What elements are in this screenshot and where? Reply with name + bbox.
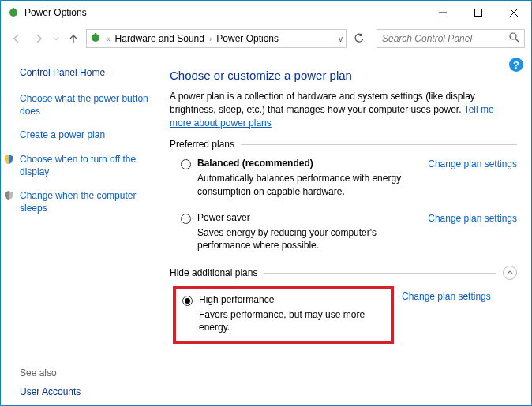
page-description: A power plan is a collection of hardware… xyxy=(170,90,517,129)
radio-powersaver[interactable] xyxy=(181,214,191,224)
sidebar-link-computer-sleeps[interactable]: Change when the computer sleeps xyxy=(20,189,155,214)
plan-powersaver: Power saver Saves energy by reducing you… xyxy=(181,212,517,251)
chevron-left-icon: « xyxy=(104,35,112,43)
radio-highperf[interactable] xyxy=(182,296,193,306)
power-options-window: Power Options xyxy=(0,0,532,406)
battery-icon xyxy=(90,32,101,46)
hide-additional-plans-label: Hide additional plans xyxy=(170,267,257,278)
sidebar: Control Panel Home Choose what the power… xyxy=(1,53,167,405)
plan-balanced-title: Balanced (recommended) xyxy=(197,158,421,169)
search-input[interactable]: Search Control Panel xyxy=(377,29,525,48)
window-controls xyxy=(425,1,531,24)
sidebar-link-create-plan[interactable]: Create a power plan xyxy=(20,129,155,141)
main-content: ? Choose or customize a power plan A pow… xyxy=(167,53,531,405)
plan-highperf-highlight: High performance Favors performance, but… xyxy=(173,286,394,343)
change-settings-powersaver[interactable]: Change plan settings xyxy=(428,213,517,224)
body: Control Panel Home Choose what the power… xyxy=(1,53,531,405)
collapse-toggle[interactable] xyxy=(503,266,517,280)
svg-point-8 xyxy=(510,33,516,39)
shield-icon xyxy=(2,189,15,202)
refresh-button[interactable] xyxy=(350,29,369,48)
battery-icon xyxy=(7,6,20,19)
maximize-button[interactable] xyxy=(460,1,496,24)
sidebar-link-power-button[interactable]: Choose what the power button does xyxy=(20,92,155,117)
plan-balanced: Balanced (recommended) Automatically bal… xyxy=(181,158,517,197)
help-icon[interactable]: ? xyxy=(509,58,523,72)
back-button[interactable] xyxy=(7,29,26,48)
see-also-label: See also xyxy=(20,367,155,378)
close-button[interactable] xyxy=(496,1,531,24)
minimize-button[interactable] xyxy=(425,1,460,24)
hide-additional-plans-row: Hide additional plans xyxy=(170,266,517,280)
change-settings-highperf[interactable]: Change plan settings xyxy=(402,291,491,302)
radio-balanced[interactable] xyxy=(181,159,191,169)
chevron-right-icon: › xyxy=(208,35,213,43)
sidebar-link-turn-off-display[interactable]: Choose when to turn off the display xyxy=(20,153,155,178)
plan-balanced-desc: Automatically balances performance with … xyxy=(197,172,421,197)
svg-rect-7 xyxy=(95,33,96,35)
plan-highperf-desc: Favors performance, but may use more ene… xyxy=(199,308,384,333)
plan-highperf-title: High performance xyxy=(199,294,384,305)
preferred-plans-header: Preferred plans xyxy=(170,139,517,150)
page-title: Choose or customize a power plan xyxy=(170,69,517,82)
svg-rect-3 xyxy=(474,9,481,16)
change-settings-balanced[interactable]: Change plan settings xyxy=(428,158,517,169)
recent-dropdown[interactable] xyxy=(51,29,61,48)
titlebar: Power Options xyxy=(1,1,531,24)
navbar: « Hardware and Sound › Power Options v S… xyxy=(1,24,531,53)
forward-button[interactable] xyxy=(29,29,48,48)
plan-powersaver-desc: Saves energy by reducing your computer's… xyxy=(197,226,421,251)
chevron-down-icon[interactable]: v xyxy=(339,35,343,43)
plan-powersaver-title: Power saver xyxy=(197,212,421,223)
svg-rect-1 xyxy=(13,8,14,10)
shield-icon xyxy=(2,153,15,166)
breadcrumb-parent[interactable]: Hardware and Sound xyxy=(115,33,204,44)
control-panel-home-link[interactable]: Control Panel Home xyxy=(20,67,155,78)
see-also-user-accounts[interactable]: User Accounts xyxy=(20,386,155,397)
breadcrumb[interactable]: « Hardware and Sound › Power Options v xyxy=(86,29,347,48)
search-placeholder: Search Control Panel xyxy=(382,33,472,44)
breadcrumb-current[interactable]: Power Options xyxy=(216,33,279,44)
svg-line-9 xyxy=(515,39,519,42)
up-button[interactable] xyxy=(64,29,83,48)
search-icon[interactable] xyxy=(509,32,519,45)
window-title: Power Options xyxy=(24,7,425,18)
